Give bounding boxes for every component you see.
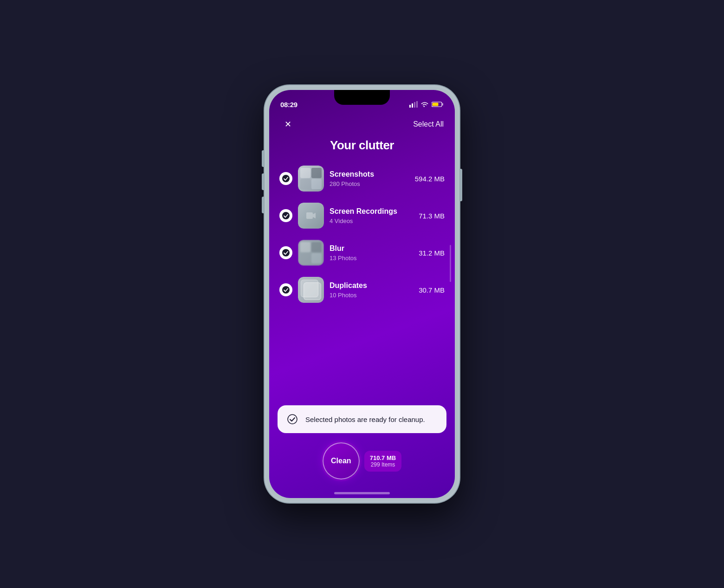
item-title-duplicates: Duplicates: [330, 281, 413, 291]
battery-icon: [432, 101, 444, 108]
thumb-duplicates: [298, 277, 324, 303]
thumb-screenshots: [298, 166, 324, 192]
select-all-button[interactable]: Select All: [413, 120, 444, 128]
bottom-section: Selected photos are ready for cleanup. C…: [269, 405, 455, 498]
item-size-blur: 31.2 MB: [419, 249, 445, 257]
signal-icon: [409, 101, 418, 108]
home-indicator: [334, 492, 390, 494]
svg-rect-5: [442, 103, 444, 106]
item-subtitle-screenshots: 280 Photos: [330, 180, 409, 187]
status-time: 08:29: [280, 101, 297, 109]
notification-text: Selected photos are ready for cleanup.: [305, 415, 425, 424]
item-subtitle-recordings: 4 Videos: [330, 217, 413, 224]
item-title-screenshots: Screenshots: [330, 170, 409, 179]
page-title: Your clutter: [269, 138, 455, 153]
check-icon: [282, 212, 290, 219]
svg-point-7: [282, 175, 290, 182]
check-icon: [282, 249, 290, 256]
list-item-blur[interactable]: Blur 13 Photos 31.2 MB: [278, 236, 446, 269]
check-circle-icon: [287, 414, 297, 424]
thumb-recordings: [298, 203, 324, 229]
clean-area: Clean 710.7 MB 299 Items: [278, 442, 446, 479]
item-info-duplicates: Duplicates 10 Photos: [330, 281, 413, 299]
wifi-icon: [420, 101, 429, 108]
svg-point-11: [282, 286, 290, 294]
phone-device: 08:29: [265, 85, 459, 503]
status-icons: [409, 101, 444, 108]
nav-bar: ✕ Select All: [269, 113, 455, 134]
checkbox-blur[interactable]: [279, 246, 292, 259]
item-info-recordings: Screen Recordings 4 Videos: [330, 207, 413, 224]
svg-point-8: [282, 212, 290, 219]
svg-rect-6: [433, 103, 439, 106]
list-item-duplicates[interactable]: Duplicates 10 Photos 30.7 MB: [278, 273, 446, 307]
checkbox-recordings[interactable]: [279, 209, 292, 222]
close-button[interactable]: ✕: [280, 117, 295, 132]
list-item-recordings[interactable]: Screen Recordings 4 Videos 71.3 MB: [278, 199, 446, 232]
item-size-duplicates: 30.7 MB: [419, 286, 445, 294]
item-info-blur: Blur 13 Photos: [330, 244, 413, 262]
clean-info: 710.7 MB 299 Items: [364, 451, 401, 472]
clean-size: 710.7 MB: [370, 454, 396, 461]
svg-rect-0: [409, 105, 411, 108]
item-subtitle-blur: 13 Photos: [330, 255, 413, 262]
svg-point-10: [282, 249, 290, 256]
svg-rect-9: [306, 212, 313, 219]
svg-point-12: [288, 415, 297, 424]
item-title-recordings: Screen Recordings: [330, 207, 413, 217]
checkbox-screenshots[interactable]: [279, 172, 292, 185]
check-icon: [282, 175, 290, 182]
check-icon: [282, 286, 290, 294]
svg-rect-2: [414, 102, 415, 108]
clean-items: 299 Items: [370, 461, 396, 468]
list-item-screenshots[interactable]: Screenshots 280 Photos 594.2 MB: [278, 162, 446, 195]
notif-check-icon: [286, 413, 299, 426]
scroll-indicator: [450, 245, 451, 282]
thumb-blur: [298, 240, 324, 266]
svg-rect-1: [412, 103, 413, 108]
notification-card: Selected photos are ready for cleanup.: [278, 405, 446, 433]
item-title-blur: Blur: [330, 244, 413, 254]
svg-rect-3: [416, 101, 418, 108]
phone-screen: 08:29: [269, 90, 455, 498]
clutter-list: Screenshots 280 Photos 594.2 MB: [269, 162, 455, 307]
item-size-screenshots: 594.2 MB: [415, 175, 445, 183]
checkbox-duplicates[interactable]: [279, 283, 292, 296]
clean-button[interactable]: Clean: [323, 442, 360, 479]
notch: [334, 90, 390, 105]
item-size-recordings: 71.3 MB: [419, 212, 445, 220]
video-icon: [305, 210, 317, 221]
item-subtitle-duplicates: 10 Photos: [330, 292, 413, 299]
item-info-screenshots: Screenshots 280 Photos: [330, 170, 409, 187]
